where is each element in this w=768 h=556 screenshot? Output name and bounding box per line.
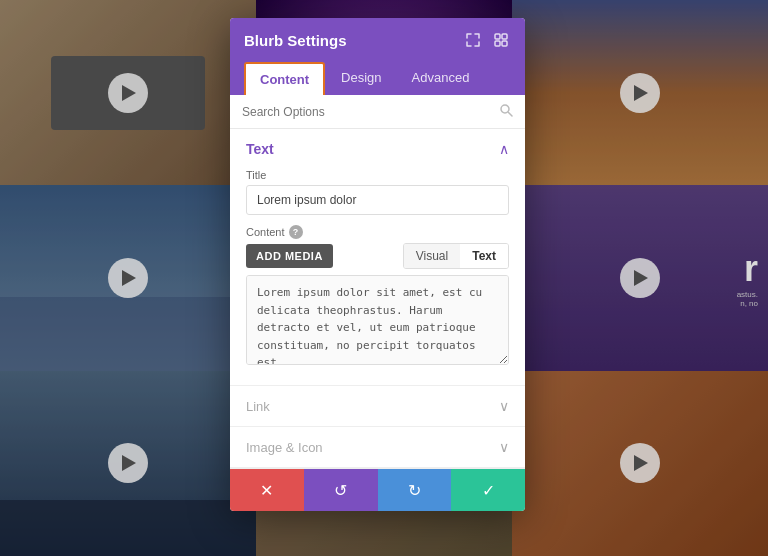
redo-button[interactable]: ↻ [378, 469, 452, 511]
add-media-button[interactable]: ADD MEDIA [246, 244, 333, 268]
section-link-title: Link [246, 399, 270, 414]
section-image-icon-title: Image & Icon [246, 440, 323, 455]
svg-point-4 [501, 105, 509, 113]
title-field-label: Title [246, 169, 509, 181]
section-link-arrow: ∨ [499, 398, 509, 414]
content-help-icon[interactable]: ? [289, 225, 303, 239]
svg-line-5 [509, 113, 513, 117]
search-bar [230, 95, 525, 129]
section-text-title: Text [246, 141, 274, 157]
visual-tab[interactable]: Visual [404, 244, 460, 268]
tab-design[interactable]: Design [327, 62, 395, 95]
blurb-settings-modal: Blurb Settings Content Design Advanced [230, 18, 525, 511]
modal-body: Text ∧ Title Content ? ADD MEDIA [230, 129, 525, 468]
modal-footer: ✕ ↺ ↻ ✓ [230, 468, 525, 511]
content-field: Content ? ADD MEDIA Visual Text [246, 225, 509, 369]
cancel-button[interactable]: ✕ [230, 469, 304, 511]
title-input[interactable] [246, 185, 509, 215]
modal-header: Blurb Settings [230, 18, 525, 62]
settings-icon[interactable] [491, 30, 511, 50]
tab-advanced[interactable]: Advanced [398, 62, 484, 95]
fullscreen-icon[interactable] [463, 30, 483, 50]
save-button[interactable]: ✓ [451, 469, 525, 511]
modal-title: Blurb Settings [244, 32, 347, 49]
svg-rect-3 [502, 41, 507, 46]
content-field-label: Content ? [246, 225, 509, 239]
section-image-icon-arrow: ∨ [499, 439, 509, 455]
section-image-icon: Image & Icon ∨ [230, 427, 525, 468]
svg-rect-0 [495, 34, 500, 39]
undo-button[interactable]: ↺ [304, 469, 378, 511]
section-text: Text ∧ Title Content ? ADD MEDIA [230, 129, 525, 386]
editor-view-tabs: Visual Text [403, 243, 509, 269]
svg-rect-2 [495, 41, 500, 46]
modal-tabs: Content Design Advanced [230, 62, 525, 95]
content-textarea[interactable] [246, 275, 509, 365]
section-image-icon-header[interactable]: Image & Icon ∨ [230, 427, 525, 467]
modal-header-actions [463, 30, 511, 50]
section-link: Link ∨ [230, 386, 525, 427]
section-text-header[interactable]: Text ∧ [230, 129, 525, 169]
section-link-header[interactable]: Link ∨ [230, 386, 525, 426]
search-input[interactable] [242, 105, 499, 119]
editor-toolbar: ADD MEDIA Visual Text [246, 243, 509, 269]
svg-rect-1 [502, 34, 507, 39]
search-icon [499, 103, 513, 120]
text-tab[interactable]: Text [460, 244, 508, 268]
section-text-content: Title Content ? ADD MEDIA Visual Text [230, 169, 525, 385]
tab-content[interactable]: Content [244, 62, 325, 95]
section-text-arrow: ∧ [499, 141, 509, 157]
